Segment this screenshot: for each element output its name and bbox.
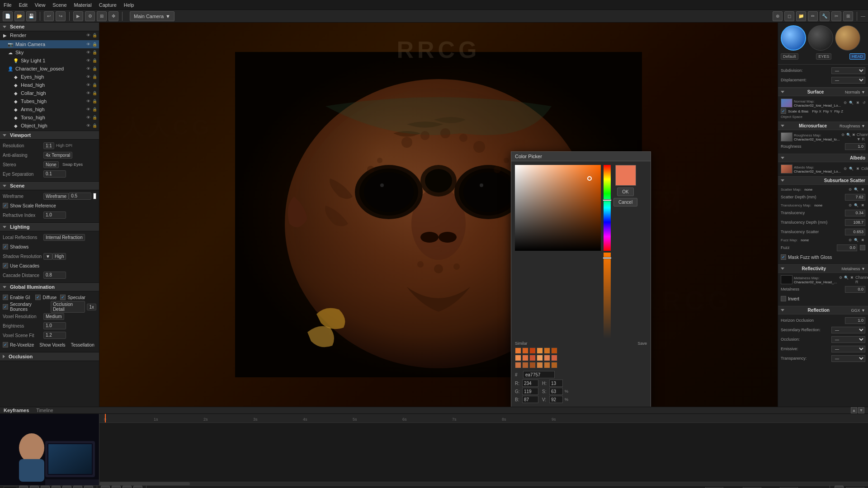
alpha-slider[interactable] (604, 253, 611, 338)
swatch-5[interactable] (551, 347, 557, 354)
transport-to-end[interactable]: ⏭ (84, 486, 93, 488)
swatch-2[interactable] (529, 347, 536, 354)
metal-search[interactable]: 🔍 (844, 275, 849, 281)
fuzz-value[interactable] (837, 244, 857, 251)
swatch-14[interactable] (529, 362, 536, 368)
cancel-button[interactable]: Cancel (613, 198, 637, 206)
scatter-settings[interactable]: ⚙ (847, 187, 853, 192)
mat-label-head[interactable]: HEAD (849, 53, 865, 60)
transport-chain[interactable]: 🔗 (835, 486, 844, 488)
head-eye[interactable]: 👁 (85, 82, 91, 88)
transport-loop[interactable]: 🔁 (101, 486, 110, 488)
invert-checkbox[interactable] (781, 296, 786, 301)
lighting-header[interactable]: Lighting (0, 223, 99, 231)
toolbar-icon-right-3[interactable]: 📁 (796, 11, 806, 21)
preview-sphere-dark[interactable] (808, 25, 833, 51)
swatch-0[interactable] (515, 347, 521, 354)
toolbar-icon-right-5[interactable]: 🔧 (820, 11, 830, 21)
skylight-lock[interactable]: 🔒 (92, 58, 97, 63)
show-voxels-label[interactable]: Show Voxels (39, 343, 65, 347)
transport-prev-key[interactable]: ◁ (41, 486, 50, 488)
swatch-17[interactable] (551, 362, 557, 368)
ok-button[interactable]: OK (617, 188, 633, 196)
displacement-dropdown[interactable]: — (831, 77, 865, 84)
translucency-value[interactable] (845, 210, 865, 216)
toolbar-grid[interactable]: ⊞ (97, 11, 107, 21)
viewport[interactable]: RRCG RRCG 人人CG 人人素材 Color Picker (99, 23, 778, 407)
albedo-search[interactable]: 🔍 (849, 166, 854, 172)
enable-gi-checkbox[interactable] (3, 295, 8, 300)
mat-label-default[interactable]: Default (781, 53, 798, 60)
albedo-header[interactable]: Albedo (778, 154, 868, 162)
tree-main-camera[interactable]: 📷 Main Camera 👁 🔒 (0, 40, 99, 48)
transport-next-key[interactable]: ▷ (62, 486, 71, 488)
object-eye[interactable]: 👁 (85, 123, 91, 128)
swatch-7[interactable] (522, 355, 528, 361)
camera-selector[interactable]: Main Camera ▼ (130, 11, 175, 21)
flip-x-btn[interactable]: Flip X (812, 109, 821, 113)
eyes-eye[interactable]: 👁 (85, 74, 91, 80)
toolbar-icon-right-2[interactable]: ◻ (784, 11, 794, 21)
char-eye[interactable]: 👁 (85, 66, 91, 71)
refractive-value[interactable]: 1.0 (43, 211, 66, 219)
tree-arms-high[interactable]: ◆ Arms_high 👁 🔒 (0, 105, 99, 113)
swatch-16[interactable] (544, 362, 550, 368)
metal-settings[interactable]: ⚙ (838, 275, 843, 281)
metalness-value[interactable] (845, 286, 865, 293)
object-lock[interactable]: 🔒 (92, 123, 97, 128)
camera-eye[interactable]: 👁 (85, 42, 91, 47)
eye-sep-value[interactable]: 0.1 (43, 170, 66, 178)
shadow-res-value[interactable]: High (52, 253, 66, 260)
tree-collar-high[interactable]: ◆ Collar_high 👁 🔒 (0, 89, 99, 97)
surface-value[interactable]: Normals ▼ (845, 90, 865, 94)
timeline-up-arrow[interactable]: ▲ (851, 407, 857, 413)
roughness-value[interactable] (845, 143, 865, 150)
scale-bias-checkbox[interactable] (781, 108, 786, 114)
resolution-dropdown[interactable]: 1:1 (43, 142, 54, 149)
s-input[interactable] (549, 388, 563, 395)
swatch-8[interactable] (529, 355, 536, 361)
antialias-dropdown[interactable]: 4x Temporal (43, 152, 72, 159)
scrollbar-thumb[interactable] (99, 482, 190, 485)
r-input[interactable] (522, 380, 538, 387)
reflectivity-value[interactable]: Metalness ▼ (842, 267, 865, 271)
secondary-reflection-dropdown[interactable]: — (831, 327, 865, 333)
surface-header[interactable]: Surface Normals ▼ (778, 88, 868, 96)
occlusion-detail-value[interactable]: 1x (87, 304, 96, 310)
trans-search[interactable]: 🔍 (854, 202, 859, 208)
metalness-map-thumb[interactable] (781, 275, 793, 284)
gi-header[interactable]: Global Illumination (0, 283, 99, 291)
tree-sky-light[interactable]: 💡 Sky Light 1 👁 🔒 (0, 56, 99, 65)
fuzz-extra-btn[interactable] (860, 245, 865, 250)
metal-clear[interactable]: ✖ (849, 275, 854, 281)
timeline-scrollbar[interactable] (99, 482, 868, 485)
toolbar-render[interactable]: ▶ (73, 11, 83, 21)
menu-capture[interactable]: Capture (99, 2, 117, 8)
arms-eye[interactable]: 👁 (85, 107, 91, 112)
collar-lock[interactable]: 🔒 (92, 90, 97, 96)
toolbar-icon-right-4[interactable]: ✏ (808, 11, 818, 21)
albedo-map-thumb[interactable] (781, 164, 793, 174)
char-lock[interactable]: 🔒 (92, 66, 97, 71)
albedo-clear[interactable]: ✖ (855, 166, 860, 172)
tree-object-high[interactable]: ◆ Object_high 👁 🔒 (0, 122, 99, 130)
v-input[interactable] (549, 396, 563, 403)
tree-tubes-high[interactable]: ◆ Tubes_high 👁 🔒 (0, 97, 99, 105)
transparency-dropdown[interactable]: — (831, 355, 865, 362)
timeline-down-arrow[interactable]: ▼ (858, 407, 864, 413)
mat-label-eyes[interactable]: EYES (816, 53, 831, 60)
toolbar-new[interactable]: 📄 (3, 11, 13, 21)
swatch-15[interactable] (537, 362, 543, 368)
local-reflections-value[interactable]: Internal Refraction (43, 234, 85, 241)
swatch-10[interactable] (544, 355, 550, 361)
fuzz-clear[interactable]: ✖ (860, 237, 865, 243)
menu-view[interactable]: View (35, 2, 46, 8)
arms-lock[interactable]: 🔒 (92, 107, 97, 112)
color-gradient-area[interactable] (515, 165, 601, 251)
preview-sphere-metal[interactable] (835, 25, 860, 51)
fuzz-search[interactable]: 🔍 (854, 237, 859, 243)
torso-eye[interactable]: 👁 (85, 115, 91, 120)
toolbar-icon-right-7[interactable]: ⊞ (843, 11, 853, 21)
stereo-dropdown[interactable]: None (43, 161, 59, 168)
secondary-bounces-checkbox[interactable] (3, 304, 8, 310)
